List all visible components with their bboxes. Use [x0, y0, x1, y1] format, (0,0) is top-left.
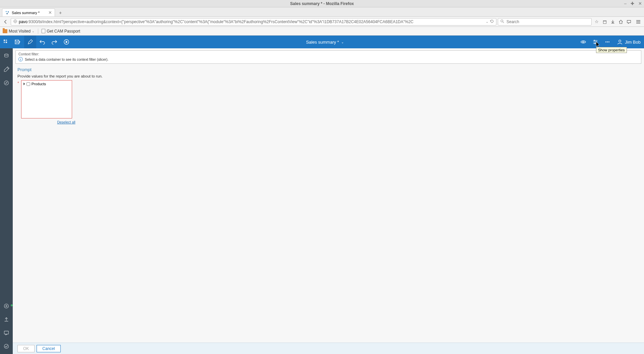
add-button[interactable] [3, 302, 10, 310]
browser-tab[interactable]: Sales summary * ✕ [2, 8, 55, 16]
globe-icon [13, 19, 17, 24]
chevron-down-icon: ⌄ [341, 40, 344, 44]
bookmarks-toolbar: Most Visited ⌄ Get CAM Passport [0, 27, 644, 36]
svg-point-20 [596, 41, 597, 43]
tree-item-label: Products [32, 82, 46, 86]
validate-button[interactable] [3, 343, 10, 350]
home-button[interactable] [617, 18, 625, 26]
svg-point-18 [594, 40, 595, 41]
prompt-subtitle: Provide values for the report you are ab… [17, 74, 639, 78]
browser-tabstrip: Sales summary * ✕ + [0, 7, 644, 17]
ok-button[interactable]: OK [17, 345, 35, 352]
prompt-title: Prompt [17, 67, 639, 72]
tree-checkbox[interactable] [26, 82, 30, 86]
browser-search-input[interactable] [506, 19, 589, 24]
redo-button[interactable] [48, 36, 60, 48]
data-sources-button[interactable] [3, 52, 10, 60]
content-area: Context filter: i Select a data containe… [13, 48, 644, 354]
bookmark-most-visited[interactable]: Most Visited ⌄ [3, 29, 35, 34]
separator [38, 29, 38, 34]
svg-point-1 [8, 11, 9, 12]
user-name: Jim Bob [625, 40, 641, 45]
url-text: pavo:9300/bi/index.html?perspective=auth… [19, 19, 484, 24]
app-logo-button[interactable] [0, 36, 12, 48]
svg-rect-11 [4, 40, 5, 41]
svg-point-23 [605, 42, 606, 43]
svg-point-26 [619, 40, 621, 42]
tree-item[interactable]: Products [23, 82, 70, 86]
toolbox-button[interactable] [3, 66, 10, 73]
document-title: Sales summary * [306, 40, 339, 45]
prompt-footer: OK Cancel [13, 343, 644, 354]
prompt-area: Prompt Provide values for the report you… [13, 64, 644, 343]
search-icon [500, 19, 504, 24]
bookmark-cam-passport[interactable]: Get CAM Passport [42, 29, 80, 34]
properties-button[interactable]: Show properties [589, 36, 601, 48]
svg-rect-32 [4, 331, 9, 334]
save-button[interactable]: ▾ [12, 36, 24, 48]
tab-close-button[interactable]: ✕ [48, 10, 52, 15]
tooltip: Show properties [596, 47, 627, 53]
url-bar[interactable]: pavo:9300/bi/index.html?perspective=auth… [11, 18, 496, 26]
chevron-down-icon: ⌄ [32, 30, 35, 33]
app-body: Context filter: i Select a data containe… [0, 48, 644, 354]
svg-point-22 [594, 43, 596, 44]
downloads-button[interactable] [609, 18, 616, 26]
svg-point-27 [5, 54, 8, 55]
url-history-dropdown[interactable]: ⌄ [486, 20, 488, 23]
os-titlebar: Sales summary * - Mozilla Firefox – ✚ ✕ [0, 0, 644, 7]
svg-rect-12 [6, 40, 7, 41]
context-filter-message: Select a data container to see its conte… [25, 57, 108, 61]
library-button[interactable] [601, 18, 608, 26]
back-button[interactable] [2, 18, 9, 26]
context-filter-label: Context filter: [18, 52, 638, 56]
tab-favicon-icon [5, 10, 10, 15]
browser-toolbar: pavo:9300/bi/index.html?perspective=auth… [0, 17, 644, 27]
window-close-button[interactable]: ✕ [638, 1, 642, 6]
run-button[interactable] [60, 36, 72, 48]
chat-button[interactable] [625, 18, 633, 26]
svg-point-0 [6, 11, 7, 12]
svg-point-4 [501, 20, 503, 22]
undo-button[interactable] [36, 36, 48, 48]
svg-point-25 [608, 42, 609, 43]
svg-point-33 [4, 344, 9, 349]
info-icon: i [18, 57, 23, 61]
svg-point-24 [607, 42, 608, 43]
svg-point-2 [6, 13, 8, 14]
bookmark-star-button[interactable]: ☆ [593, 18, 600, 26]
window-maximize-button[interactable]: ✚ [631, 1, 634, 6]
deselect-all-link[interactable]: Deselect all [57, 120, 75, 124]
window-minimize-button[interactable]: – [624, 1, 627, 6]
svg-point-16 [583, 41, 584, 43]
required-indicator: * [17, 81, 19, 86]
new-tab-button[interactable]: + [56, 9, 64, 16]
bookmark-label: Get CAM Passport [47, 29, 80, 34]
preview-button[interactable] [577, 36, 589, 48]
expand-caret-icon[interactable] [23, 83, 25, 85]
svg-rect-14 [6, 42, 7, 43]
app-header: ▾ Sales summary * ⌄ Show properties [0, 36, 644, 48]
user-menu[interactable]: Jim Bob [617, 39, 641, 45]
browser-search-bar[interactable] [498, 18, 592, 26]
chevron-down-icon: ▾ [19, 40, 22, 44]
more-button[interactable] [601, 36, 613, 48]
window-title: Sales summary * - Mozilla Firefox [290, 1, 354, 6]
comments-button[interactable] [3, 329, 10, 337]
refresh-button[interactable] [490, 19, 494, 24]
status-dot-icon [11, 304, 13, 306]
context-filter-panel: Context filter: i Select a data containe… [15, 50, 641, 64]
svg-point-28 [4, 81, 9, 85]
svg-rect-13 [4, 42, 5, 43]
cancel-button[interactable]: Cancel [37, 345, 60, 352]
prompt-tree[interactable]: Products [21, 80, 72, 118]
svg-line-5 [503, 22, 504, 23]
left-rail [0, 48, 13, 354]
upload-button[interactable] [3, 316, 10, 323]
document-title-dropdown[interactable]: Sales summary * ⌄ [72, 40, 577, 45]
tab-title: Sales summary * [12, 11, 40, 15]
hamburger-menu-button[interactable] [635, 18, 642, 26]
explore-button[interactable] [3, 79, 10, 87]
folder-icon [3, 29, 7, 33]
edit-button[interactable] [24, 36, 36, 48]
